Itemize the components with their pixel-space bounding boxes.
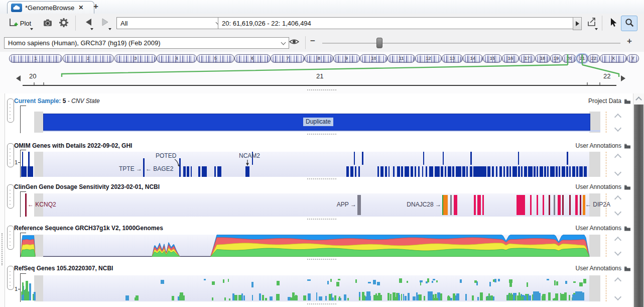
gene-mark[interactable] bbox=[416, 292, 417, 300]
gene-mark[interactable] bbox=[527, 282, 528, 287]
gene-bar[interactable] bbox=[517, 195, 525, 215]
gene-mark[interactable] bbox=[472, 295, 474, 300]
gene-mark[interactable] bbox=[396, 293, 398, 300]
gene-bar[interactable] bbox=[584, 166, 587, 177]
gene-mark[interactable] bbox=[276, 294, 280, 300]
back-dropdown-arrow[interactable] bbox=[90, 28, 93, 30]
chromosome-16[interactable]: 16 bbox=[502, 54, 519, 63]
gene-mark[interactable] bbox=[29, 283, 31, 300]
gene-bar[interactable] bbox=[530, 195, 532, 215]
new-tab-button[interactable]: + bbox=[93, 2, 98, 12]
gene-mark[interactable] bbox=[331, 293, 332, 300]
gene-mark[interactable] bbox=[212, 281, 215, 285]
gene-mark[interactable] bbox=[509, 282, 511, 287]
gene-mark[interactable] bbox=[553, 298, 554, 300]
gene-mark[interactable] bbox=[460, 279, 462, 283]
folder-icon[interactable] bbox=[624, 184, 631, 190]
gene-mark[interactable] bbox=[424, 296, 425, 300]
gene-bar[interactable] bbox=[422, 166, 423, 177]
chromosome-13[interactable]: 13 bbox=[442, 54, 463, 63]
folder-icon[interactable] bbox=[624, 98, 631, 104]
gene-mark[interactable] bbox=[435, 294, 437, 300]
gene-mark[interactable] bbox=[232, 293, 234, 300]
gene-bar[interactable] bbox=[198, 166, 200, 177]
gene-bar[interactable] bbox=[470, 152, 472, 165]
chromosome-1[interactable]: 1 bbox=[9, 54, 62, 63]
visibility-button[interactable] bbox=[286, 36, 302, 49]
chromosome-12[interactable]: 12 bbox=[415, 54, 442, 63]
gene-bar[interactable] bbox=[576, 166, 578, 177]
gene-mark[interactable] bbox=[399, 278, 402, 283]
gene-mark[interactable] bbox=[229, 298, 231, 300]
gene-mark[interactable] bbox=[465, 294, 467, 300]
chromosome-3[interactable]: 3 bbox=[114, 54, 157, 63]
gene-mark[interactable] bbox=[303, 295, 306, 300]
gene-bar[interactable] bbox=[492, 166, 494, 177]
coverage-svg[interactable] bbox=[0, 235, 644, 257]
gene-mark[interactable] bbox=[583, 279, 586, 283]
chromosome-14[interactable]: 14 bbox=[463, 54, 483, 63]
gene-bar[interactable] bbox=[462, 166, 465, 177]
gene-bar[interactable] bbox=[528, 166, 533, 177]
chromosome-10[interactable]: 10 bbox=[360, 54, 388, 63]
gene-mark[interactable] bbox=[493, 279, 494, 282]
ruler-splitter-handle[interactable] bbox=[307, 89, 336, 91]
gene-bar[interactable] bbox=[474, 195, 476, 215]
gene-bar[interactable] bbox=[217, 166, 221, 177]
chromosome-4[interactable]: 4 bbox=[157, 54, 197, 63]
chromosome-18[interactable]: 18 bbox=[535, 54, 550, 63]
gene-bar[interactable] bbox=[477, 195, 481, 215]
gene-mark[interactable] bbox=[308, 293, 311, 300]
track-splitter-handle[interactable] bbox=[307, 219, 336, 221]
gene-bar[interactable] bbox=[28, 152, 30, 166]
folder-icon[interactable] bbox=[624, 143, 631, 149]
gene-bar[interactable] bbox=[423, 152, 424, 165]
gene-bar[interactable] bbox=[397, 166, 400, 177]
export-dropdown-arrow[interactable] bbox=[595, 28, 598, 30]
gene-mark[interactable] bbox=[510, 295, 511, 300]
vertical-scrollbar[interactable] bbox=[633, 93, 644, 307]
track-scroll-down-icon[interactable] bbox=[614, 125, 621, 132]
gene-mark[interactable] bbox=[488, 293, 490, 300]
gene-mark[interactable] bbox=[375, 293, 377, 300]
gene-bar[interactable] bbox=[543, 195, 544, 215]
gene-mark[interactable] bbox=[26, 281, 28, 300]
pointer-tool-button[interactable] bbox=[605, 16, 619, 30]
gene-bar[interactable] bbox=[354, 152, 355, 165]
gene-mark[interactable] bbox=[347, 298, 349, 300]
gene-mark[interactable] bbox=[554, 280, 556, 285]
gene-mark[interactable] bbox=[432, 281, 433, 283]
gene-bar[interactable] bbox=[393, 166, 395, 177]
gene-bar[interactable] bbox=[202, 166, 207, 177]
scrollbar-up-button[interactable] bbox=[633, 93, 644, 104]
gene-mark[interactable] bbox=[494, 279, 496, 282]
gene-mark[interactable] bbox=[436, 280, 438, 282]
gene-bar[interactable] bbox=[389, 166, 390, 177]
scrollbar-thumb[interactable] bbox=[634, 105, 643, 307]
gene-bar[interactable] bbox=[418, 166, 420, 177]
gene-bar[interactable] bbox=[350, 166, 353, 177]
gene-mark[interactable] bbox=[474, 280, 477, 283]
gene-mark[interactable] bbox=[325, 296, 327, 300]
gene-mark[interactable] bbox=[290, 297, 293, 300]
gene-bar[interactable] bbox=[499, 166, 502, 177]
gene-mark[interactable] bbox=[486, 296, 488, 300]
gene-mark[interactable] bbox=[259, 293, 261, 300]
tab-genomebrowse[interactable]: *GenomeBrowse ✕ bbox=[7, 1, 94, 14]
gene-mark[interactable] bbox=[433, 279, 435, 281]
gene-mark[interactable] bbox=[377, 282, 380, 285]
gene-bar[interactable] bbox=[503, 166, 505, 177]
screenshot-button[interactable] bbox=[41, 17, 54, 30]
gene-mark[interactable] bbox=[418, 294, 422, 300]
gene-bar[interactable] bbox=[518, 166, 520, 177]
gene-mark[interactable] bbox=[524, 295, 527, 300]
gene-bar[interactable] bbox=[456, 166, 461, 177]
gene-mark[interactable] bbox=[212, 297, 213, 300]
gene-mark[interactable] bbox=[161, 280, 164, 284]
gene-mark[interactable] bbox=[564, 292, 567, 300]
gene-mark[interactable] bbox=[390, 294, 392, 300]
gene-mark[interactable] bbox=[405, 296, 407, 300]
gene-mark[interactable] bbox=[234, 295, 237, 300]
gene-mark[interactable] bbox=[307, 279, 310, 281]
gene-mark[interactable] bbox=[125, 295, 129, 300]
